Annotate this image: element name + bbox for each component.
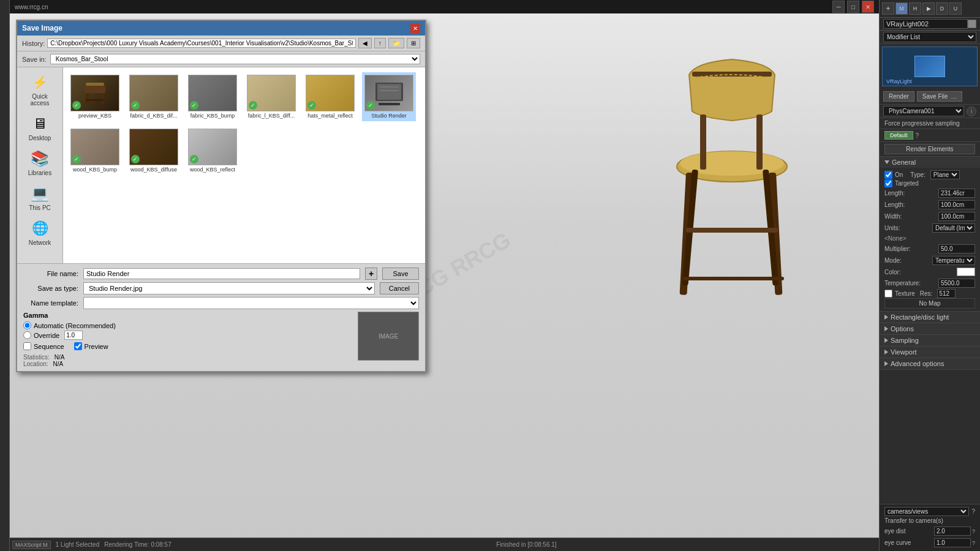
network-icon: 🌐: [30, 219, 50, 238]
display-icon-btn[interactable]: D: [936, 2, 948, 15]
options-title[interactable]: Options: [880, 323, 980, 334]
length-input[interactable]: [938, 189, 975, 198]
units-select[interactable]: Default (Image): [932, 223, 975, 233]
save-image-dialog: Save Image ✕ History: ◀ ↑ 📁 ⊞ Save: [16, 20, 426, 338]
file-item[interactable]: ✓ wood_KBS_diffuse: [127, 126, 181, 175]
cancel-button[interactable]: Cancel: [380, 282, 419, 294]
file-item[interactable]: ✓ fabric_l_KBS_diff...: [244, 72, 298, 121]
res-input[interactable]: [937, 289, 956, 298]
eye-dist-input[interactable]: [934, 527, 971, 536]
check-badge: ✓: [366, 101, 375, 110]
on-checkbox[interactable]: [884, 171, 892, 179]
save-in-dropdown[interactable]: Kosmos_Bar_Stool: [50, 54, 420, 64]
this-pc-icon: 💻: [30, 184, 50, 203]
override-radio[interactable]: [23, 331, 31, 339]
utils-icon-btn[interactable]: U: [949, 2, 962, 15]
stats-value: N/A: [55, 354, 65, 361]
modify-icon-btn[interactable]: M: [895, 2, 908, 15]
create-icon-btn[interactable]: +: [882, 2, 894, 15]
file-item[interactable]: ✓ fabric_d_KBS_dif...: [127, 72, 181, 121]
this-pc-btn[interactable]: 💻 This PC: [20, 181, 60, 214]
this-pc-label: This PC: [29, 204, 51, 211]
sampling-title[interactable]: Sampling: [880, 335, 980, 346]
no-map-btn[interactable]: No Map: [884, 298, 975, 309]
color-swatch[interactable]: [957, 268, 975, 276]
temperature-input[interactable]: [938, 279, 975, 288]
automatic-radio[interactable]: [23, 321, 31, 329]
file-thumb: ✓: [247, 75, 296, 111]
rect-disc-label: Rectangle/disc light: [891, 313, 949, 321]
preview-checkbox[interactable]: [74, 342, 82, 350]
vraylight-color-btn[interactable]: [968, 20, 976, 28]
light-selected: 1 Light Selected: [56, 541, 100, 548]
file-item-selected[interactable]: ✓ Studio Render: [362, 72, 416, 121]
save-as-select[interactable]: Studio Render.jpg: [83, 282, 375, 294]
create-folder-btn[interactable]: 📁: [388, 38, 404, 48]
sequence-row: Sequence: [23, 342, 64, 350]
maxscript-btn[interactable]: MAXScript M: [12, 541, 51, 549]
vraylight-name-input[interactable]: [883, 19, 968, 29]
dialog-close-button[interactable]: ✕: [410, 23, 420, 33]
file-name: wood_KBS_reflect: [190, 167, 235, 173]
type-label: Type:: [910, 171, 925, 178]
desktop-btn[interactable]: 🖥 Desktop: [20, 111, 60, 144]
sequence-checkbox[interactable]: [23, 342, 31, 350]
override-value-input[interactable]: [64, 331, 83, 340]
multiplier-row: Multiplier:: [884, 243, 975, 255]
targeted-checkbox[interactable]: [884, 179, 892, 187]
back-btn[interactable]: ◀: [358, 38, 372, 48]
eye-curve-input[interactable]: [934, 538, 971, 547]
render-btn[interactable]: Render: [883, 91, 914, 102]
hierarchy-icon-btn[interactable]: H: [909, 2, 921, 15]
file-item[interactable]: ✓ preview_KBS: [68, 72, 122, 121]
image-preview-box: IMAGE: [358, 312, 419, 361]
quick-access-icon: ⚡: [30, 72, 50, 92]
transfer-cameras-label[interactable]: Transfer to camera(s): [884, 517, 975, 524]
minimize-btn[interactable]: ─: [832, 1, 845, 13]
options-label: Options: [891, 325, 914, 332]
cameras-views-select[interactable]: cameras/views: [884, 507, 969, 516]
temperature-row: Temperature:: [884, 277, 975, 289]
view-btn[interactable]: ⊞: [407, 38, 420, 48]
length2-row: Length:: [884, 199, 975, 211]
length2-input[interactable]: [938, 200, 975, 209]
rect-disc-title[interactable]: Rectangle/disc light: [880, 312, 980, 323]
camera-select[interactable]: PhysCamera001: [883, 106, 964, 116]
add-favorites-btn[interactable]: +: [365, 268, 377, 280]
type-select[interactable]: Plane: [930, 170, 960, 179]
viewport-title[interactable]: Viewport: [880, 347, 980, 358]
eye-dist-row: eye dist ?: [884, 525, 975, 537]
default-btn[interactable]: Default: [884, 131, 913, 140]
motion-icon-btn[interactable]: ▶: [922, 2, 935, 15]
general-section-title[interactable]: General: [880, 157, 980, 168]
file-item[interactable]: ✓ wood_KBS_reflect: [186, 126, 239, 175]
close-btn[interactable]: ✕: [862, 1, 874, 13]
file-item[interactable]: ✓ hats_metal_reflect: [303, 72, 357, 121]
texture-checkbox[interactable]: [884, 290, 892, 298]
mode-select[interactable]: Temperature: [932, 256, 975, 265]
file-thumb: ✓: [188, 75, 237, 111]
width-input[interactable]: [938, 212, 975, 221]
file-item[interactable]: ✓ fabric_KBS_bump: [186, 72, 239, 121]
file-name-input[interactable]: [83, 268, 360, 279]
units-row: Units: Default (Image): [884, 222, 975, 234]
camera-info-btn[interactable]: i: [967, 107, 976, 116]
save-button[interactable]: Save: [382, 268, 419, 280]
quick-access-btn[interactable]: ⚡ Quick access: [20, 70, 60, 109]
libraries-btn[interactable]: 📚 Libraries: [20, 146, 60, 179]
history-input[interactable]: [47, 39, 356, 48]
name-template-select[interactable]: [83, 297, 419, 309]
file-item[interactable]: ✓ wood_KBS_bump: [68, 126, 122, 175]
network-btn[interactable]: 🌐 Network: [20, 216, 60, 249]
file-thumb: ✓: [129, 75, 178, 111]
texture-label: Texture: [895, 290, 915, 297]
svg-rect-22: [101, 93, 104, 104]
save-file-btn[interactable]: Save File …: [917, 91, 962, 102]
up-btn[interactable]: ↑: [374, 38, 386, 48]
advanced-options-title[interactable]: Advanced options: [880, 358, 980, 369]
modifier-list-select[interactable]: Modifier List: [883, 32, 976, 42]
file-name-label: File name:: [23, 270, 78, 277]
maximize-btn[interactable]: □: [847, 1, 859, 13]
render-elements-btn[interactable]: Render Elements: [884, 144, 975, 154]
multiplier-input[interactable]: [938, 244, 975, 253]
